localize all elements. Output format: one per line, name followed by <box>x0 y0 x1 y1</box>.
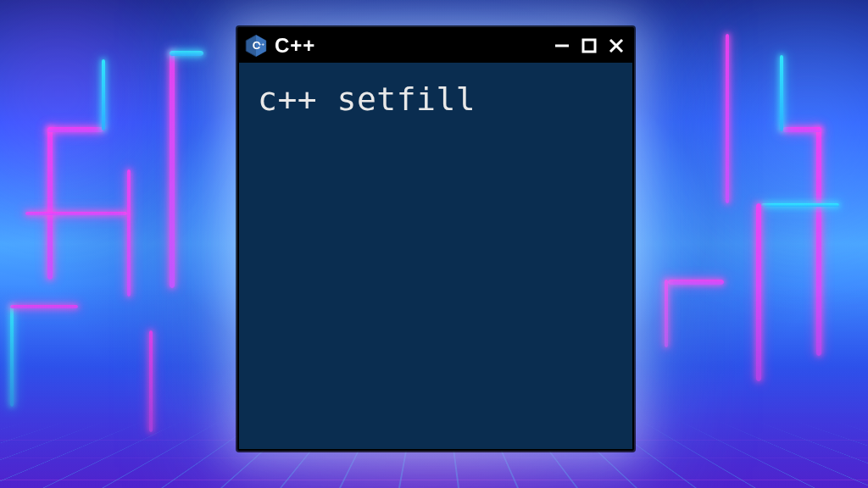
minimize-button[interactable] <box>553 36 571 55</box>
maximize-button[interactable] <box>580 36 598 55</box>
terminal-line: c++ setfill <box>258 81 614 119</box>
titlebar[interactable]: C + + C++ <box>239 29 632 63</box>
terminal-body[interactable]: c++ setfill <box>239 63 632 449</box>
cpp-logo-icon: C + + <box>244 34 268 58</box>
close-button[interactable] <box>607 36 626 55</box>
terminal-window: C + + C++ c++ setfill <box>237 27 634 451</box>
window-title: C++ <box>275 34 315 58</box>
svg-rect-6 <box>583 40 595 52</box>
window-controls <box>553 36 626 55</box>
